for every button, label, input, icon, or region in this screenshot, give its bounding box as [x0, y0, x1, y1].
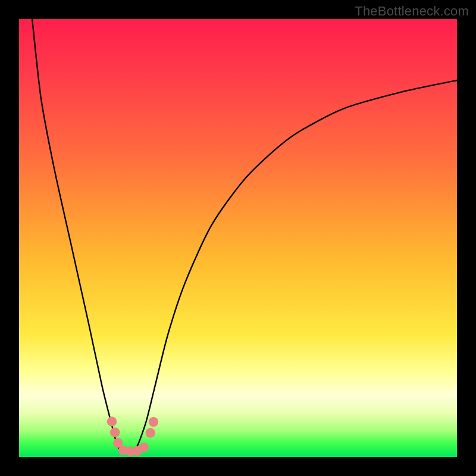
curve-marker [107, 416, 117, 426]
marker-group [107, 416, 158, 456]
watermark-text: TheBottleneck.com [355, 4, 469, 19]
curve-marker [146, 428, 155, 437]
curve-marker [149, 417, 158, 427]
curve-marker [110, 428, 120, 437]
chart-plot-area [19, 19, 457, 457]
chart-svg [19, 19, 457, 457]
curve-marker [139, 443, 149, 452]
bottleneck-curve [32, 19, 457, 453]
chart-frame: TheBottleneck.com [0, 0, 476, 476]
